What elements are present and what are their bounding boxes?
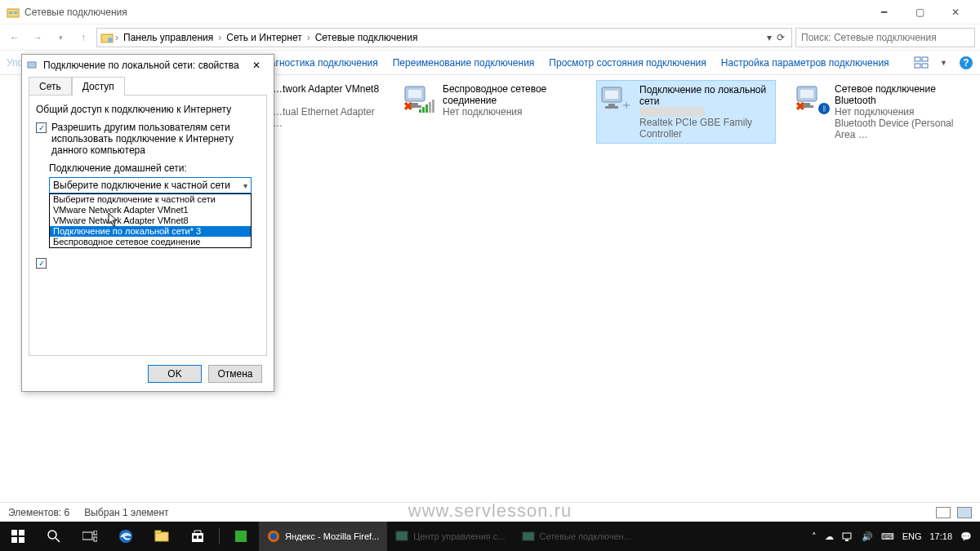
dialog-titlebar[interactable]: Подключение по локальной сети: свойства … <box>22 55 274 76</box>
svg-point-4 <box>108 38 113 42</box>
svg-rect-17 <box>608 104 615 106</box>
minimize-button[interactable]: ━ <box>866 1 902 24</box>
svg-rect-32 <box>94 537 97 541</box>
tab-panel: Общий доступ к подключению к Интернету ✓… <box>29 95 267 356</box>
edge-icon[interactable] <box>108 522 144 551</box>
tab-network[interactable]: Сеть <box>29 77 72 96</box>
taskbar-task-firefox[interactable]: Яндекс - Mozilla Firef... <box>259 522 387 551</box>
window-titlebar: Сетевые подключения ━ ▢ ✕ <box>0 0 980 24</box>
connection-item[interactable]: …twork Adapter VMnet8 …tual Ethernet Ada… <box>270 80 384 144</box>
diagnose-connection[interactable]: Диагностика подключения <box>258 57 378 69</box>
pinned-app-icon[interactable] <box>223 522 259 551</box>
task-view-icon[interactable] <box>72 522 108 551</box>
up-button[interactable]: ↑ <box>74 28 93 47</box>
search-input[interactable] <box>801 32 969 43</box>
item-count: Элементов: 6 <box>8 507 69 518</box>
svg-rect-42 <box>396 531 408 540</box>
combo-option[interactable]: VMware Network Adapter VMnet8 <box>50 216 251 226</box>
home-connection-combo[interactable]: Выберите подключение к частной сети ▾ Вы… <box>49 177 252 193</box>
svg-rect-43 <box>523 532 534 540</box>
chevron-down-icon[interactable]: ▼ <box>940 59 947 67</box>
separator <box>219 528 220 544</box>
combo-option-highlighted[interactable]: Подключение по локальной сети* 3 <box>50 226 251 237</box>
svg-point-41 <box>270 533 277 540</box>
chevron-right-icon: › <box>115 32 118 43</box>
combo-option[interactable]: VMware Network Adapter VMnet1 <box>50 205 251 216</box>
tiles-view-icon[interactable] <box>957 507 972 518</box>
window-title: Сетевые подключения <box>24 7 866 18</box>
disconnected-icon: ✖ <box>403 100 413 113</box>
tab-sharing[interactable]: Доступ <box>72 77 125 96</box>
dialog-title: Подключение по локальной сети: свойства <box>43 60 239 71</box>
details-view-icon[interactable] <box>936 507 951 518</box>
combo-dropdown: Выберите подключение к частной сети VMwa… <box>49 193 252 248</box>
search-box[interactable] <box>795 28 975 47</box>
svg-rect-24 <box>11 530 17 535</box>
explorer-icon[interactable] <box>144 522 180 551</box>
back-button[interactable]: ← <box>5 28 24 47</box>
svg-rect-5 <box>915 57 920 61</box>
allow-sharing-checkbox[interactable]: ✓ <box>36 122 47 133</box>
svg-rect-25 <box>19 530 24 535</box>
allow-control-checkbox[interactable]: ✓ <box>36 258 47 269</box>
language-indicator[interactable]: ENG <box>902 531 922 541</box>
svg-rect-34 <box>155 532 168 541</box>
recent-button[interactable]: ▾ <box>51 28 70 47</box>
tab-strip: Сеть Доступ <box>22 76 274 95</box>
disconnected-icon: ✖ <box>795 100 805 113</box>
svg-rect-2 <box>14 11 17 14</box>
search-icon[interactable] <box>36 522 72 551</box>
onedrive-icon[interactable]: ☁ <box>825 531 834 542</box>
view-status[interactable]: Просмотр состояния подключения <box>549 57 706 69</box>
network-tray-icon[interactable] <box>842 531 853 542</box>
connection-item[interactable]: ✖ Беспроводное сетевое соединение Нет по… <box>400 80 580 144</box>
cancel-button[interactable]: Отмена <box>208 365 262 383</box>
bluetooth-icon: ᛒ <box>818 103 830 114</box>
change-settings[interactable]: Настройка параметров подключения <box>721 57 889 69</box>
connection-item-selected[interactable]: Подключение по локальной сети Realtek PC… <box>596 80 776 144</box>
close-button[interactable]: ✕ <box>938 1 973 24</box>
start-button[interactable] <box>0 522 36 551</box>
volume-icon[interactable]: 🔊 <box>862 531 873 542</box>
breadcrumb[interactable]: › Панель управления › Сеть и Интернет › … <box>96 28 792 47</box>
rename-connection[interactable]: Переименование подключения <box>393 57 535 69</box>
taskbar-task[interactable]: Сетевые подключен... <box>514 522 639 551</box>
keyboard-icon[interactable]: ⌨ <box>881 531 894 542</box>
action-center-icon[interactable]: 💬 <box>960 531 972 542</box>
svg-rect-18 <box>605 106 618 109</box>
combo-option[interactable]: Беспроводное сетевое соединение <box>50 237 251 247</box>
connection-item[interactable]: ✖ ᛒ Сетевое подключение Bluetooth Нет по… <box>792 80 972 144</box>
ok-button[interactable]: OK <box>148 365 202 383</box>
svg-rect-35 <box>155 531 161 533</box>
wifi-bars-icon <box>419 100 434 113</box>
chevron-down-icon[interactable]: ▾ <box>767 32 772 43</box>
tray-chevron-icon[interactable]: ˄ <box>812 531 817 542</box>
dialog-close-button[interactable]: ✕ <box>244 56 269 74</box>
refresh-icon[interactable]: ⟳ <box>777 32 785 43</box>
network-folder-icon <box>100 31 114 44</box>
crumb-0[interactable]: Панель управления <box>120 32 216 43</box>
network-folder-icon <box>7 6 20 19</box>
svg-line-29 <box>56 538 60 542</box>
maximize-button[interactable]: ▢ <box>902 1 938 24</box>
taskbar: Яндекс - Mozilla Firef... Центр управлен… <box>0 522 980 551</box>
firefox-icon <box>267 530 280 543</box>
task-label: Центр управления с... <box>413 531 505 541</box>
help-icon[interactable]: ? <box>959 56 973 70</box>
view-options-icon[interactable] <box>914 56 929 70</box>
network-adapter-icon: ✖ ᛒ <box>795 83 828 113</box>
allow-sharing-label: Разрешить другим пользователям сети испо… <box>51 122 256 156</box>
combo-option[interactable]: Выберите подключение к частной сети <box>50 194 251 205</box>
crumb-1[interactable]: Сеть и Интернет <box>223 32 305 43</box>
store-icon[interactable] <box>180 522 216 551</box>
svg-text:?: ? <box>963 57 969 69</box>
crumb-2[interactable]: Сетевые подключения <box>312 32 421 43</box>
svg-point-28 <box>48 531 56 539</box>
svg-rect-45 <box>845 540 849 541</box>
clock[interactable]: 17:18 <box>929 531 952 541</box>
svg-rect-8 <box>922 64 928 68</box>
forward-button[interactable]: → <box>28 28 47 47</box>
task-label: Яндекс - Mozilla Firef... <box>285 531 379 541</box>
taskbar-task[interactable]: Центр управления с... <box>387 522 513 551</box>
svg-rect-1 <box>9 11 12 14</box>
